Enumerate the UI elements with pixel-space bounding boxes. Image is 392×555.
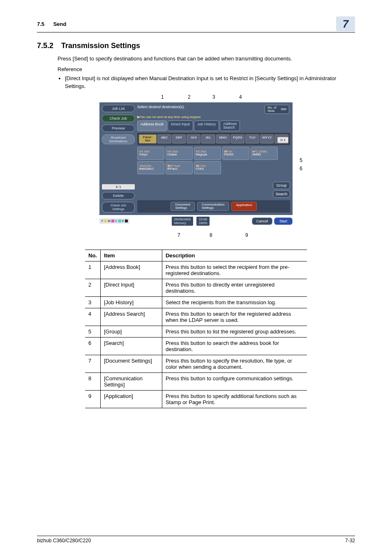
cell-desc: Press this button to directly enter unre… — [162, 279, 307, 296]
cell-no: 7 — [85, 355, 100, 372]
alpha-tuv[interactable]: TUV — [245, 134, 259, 143]
callout-9: 9 — [245, 232, 248, 238]
callout-2: 2 — [188, 94, 191, 100]
table-row: 9[Application]Press this button to speci… — [85, 390, 307, 408]
tab-address-search[interactable]: Address Search — [220, 120, 240, 131]
cell-no: 6 — [85, 337, 100, 355]
table-row: 4[Address Search]Press this button to se… — [85, 308, 307, 326]
check-job-button[interactable]: Check Job — [102, 115, 135, 122]
toner-status: Y M C K — [99, 218, 129, 224]
callout-5: 5 — [300, 157, 302, 163]
alpha-def[interactable]: DEF — [172, 134, 186, 143]
dest-card[interactable]: ☎FaxFAX01 — [222, 147, 249, 160]
check-job-settings-button[interactable]: Check Job Settings — [102, 202, 135, 213]
alpha-filter-row: Favor- ites ABC DEF GHI JKL MNO PQRS TUV… — [137, 133, 290, 145]
table-row: 7[Document Settings]Press this button to… — [85, 355, 307, 372]
dest-card[interactable]: ✉E-MailNagoya — [194, 147, 221, 160]
dest-card[interactable]: ◦WebDAVWebDAV1 — [137, 161, 164, 174]
alpha-favorites[interactable]: Favor- ites — [139, 134, 157, 143]
footer-page: 7-32 — [345, 538, 355, 543]
section-heading: 7.5.2 Transmission Settings — [37, 42, 355, 50]
group-button[interactable]: Group — [273, 182, 290, 189]
cell-desc: Press this button to specify the resolut… — [162, 355, 307, 372]
dest-card[interactable]: ✉E-MailOsaka — [166, 147, 193, 160]
cell-desc: Press this button to specify additional … — [162, 390, 307, 408]
alpha-ghi[interactable]: GHI — [187, 134, 201, 143]
table-row: 5[Group]Press this button to list the re… — [85, 326, 307, 337]
side-pager: 1/ 1 — [102, 184, 135, 190]
cell-no: 2 — [85, 279, 100, 296]
dest-card[interactable]: ☎I-FaxI-FAX — [194, 161, 221, 174]
cell-desc: Press this button to list the registered… — [162, 326, 307, 337]
intro-paragraph: Press [Send] to specify destinations and… — [58, 55, 355, 62]
status-memory: Memory — [174, 221, 186, 225]
page-footer: bizhub C360/C280/C220 7-32 — [37, 536, 355, 543]
callout-3: 3 — [212, 94, 215, 100]
cell-no: 5 — [85, 326, 100, 337]
ui-screenshot: 1 2 3 4 Job List Check Job Preview Broad… — [99, 94, 293, 238]
callout-6: 6 — [300, 166, 302, 171]
callout-4: 4 — [239, 94, 242, 100]
cell-item: [Address Book] — [100, 261, 162, 279]
application-tab[interactable]: Application — [231, 202, 256, 211]
table-row: 6[Search]Press this button to search the… — [85, 337, 307, 355]
cell-no: 4 — [85, 308, 100, 326]
document-settings-tab[interactable]: Document Settings — [171, 202, 194, 211]
cell-item: [Communication Settings] — [100, 372, 162, 390]
tab-job-history[interactable]: Job History — [194, 120, 219, 131]
dest-count-label: No. of Dest. — [267, 106, 276, 113]
callout-7: 7 — [178, 232, 180, 238]
cell-no: 1 — [85, 261, 100, 279]
status-time: 15:08 — [199, 217, 207, 221]
cell-no: 3 — [85, 296, 100, 308]
page-header: 7.5 Send 7 — [37, 16, 355, 32]
section-heading-title: Transmission Settings — [61, 42, 140, 50]
broadcast-label: Broadcast Destinations — [102, 134, 135, 144]
status-pct: 100% — [199, 221, 207, 225]
header-section-name: Send — [53, 21, 67, 27]
dest-count-value: 000 — [281, 107, 286, 111]
destination-cards: ✉E-MailTokyo ✉E-MailOsaka ✉E-MailNagoya … — [137, 147, 290, 174]
search-button[interactable]: Search — [273, 190, 290, 198]
table-row: 1[Address Book]Press this button to sele… — [85, 261, 307, 279]
alpha-abc[interactable]: ABC — [157, 134, 171, 143]
header-section-number: 7.5 — [37, 21, 44, 27]
delete-button[interactable]: Delete — [102, 192, 135, 199]
chapter-badge: 7 — [336, 16, 355, 31]
cell-desc: Press this button to configure communica… — [162, 372, 307, 390]
communication-settings-tab[interactable]: Communication Settings — [197, 202, 229, 211]
instruction-text: Select desired destination(s). — [137, 105, 185, 109]
table-row: 2[Direct Input]Press this button to dire… — [85, 279, 307, 296]
alpha-pqrs[interactable]: PQRS — [231, 134, 244, 143]
cell-item: [Group] — [100, 326, 162, 337]
alpha-jkl[interactable]: JKL — [201, 134, 215, 143]
alpha-wxyz[interactable]: WXYZ — [260, 134, 274, 143]
cell-item: [Job History] — [100, 296, 162, 308]
tab-direct-input[interactable]: Direct Input — [168, 120, 193, 131]
cell-item: [Application] — [100, 390, 162, 408]
cell-item: [Search] — [100, 337, 162, 355]
tab-address-book[interactable]: Address Book — [137, 120, 167, 131]
cell-desc: Select the recipients from the transmiss… — [162, 296, 307, 308]
cell-desc: Press this button to search for the regi… — [162, 308, 307, 326]
th-item: Item — [100, 250, 162, 261]
dest-card[interactable]: ☎IP Addr.IPFax1 — [166, 161, 193, 174]
status-date: 09/29/2009 — [174, 217, 191, 221]
alpha-mno[interactable]: MNO — [216, 134, 230, 143]
preview-button[interactable]: Preview — [102, 125, 135, 132]
footer-model: bizhub C360/C280/C220 — [37, 538, 91, 543]
cancel-button[interactable]: Cancel — [252, 217, 272, 225]
dest-card[interactable]: ✉E-MailTokyo — [137, 147, 164, 160]
start-button[interactable]: Start — [274, 217, 293, 225]
main-pager: 1/ 1 — [277, 137, 288, 143]
cell-item: [Direct Input] — [100, 279, 162, 296]
dest-card[interactable]: ■PC (SMB)SMB1 — [251, 147, 278, 160]
description-table: No. Item Description 1[Address Book]Pres… — [85, 250, 307, 408]
table-row: 8[Communication Settings]Press this butt… — [85, 372, 307, 390]
callout-1: 1 — [161, 94, 164, 100]
cell-item: [Document Settings] — [100, 355, 162, 372]
job-list-button[interactable]: Job List — [102, 105, 135, 112]
section-heading-number: 7.5.2 — [37, 42, 53, 50]
reference-label: Reference — [58, 66, 355, 73]
th-desc: Description — [162, 250, 307, 261]
